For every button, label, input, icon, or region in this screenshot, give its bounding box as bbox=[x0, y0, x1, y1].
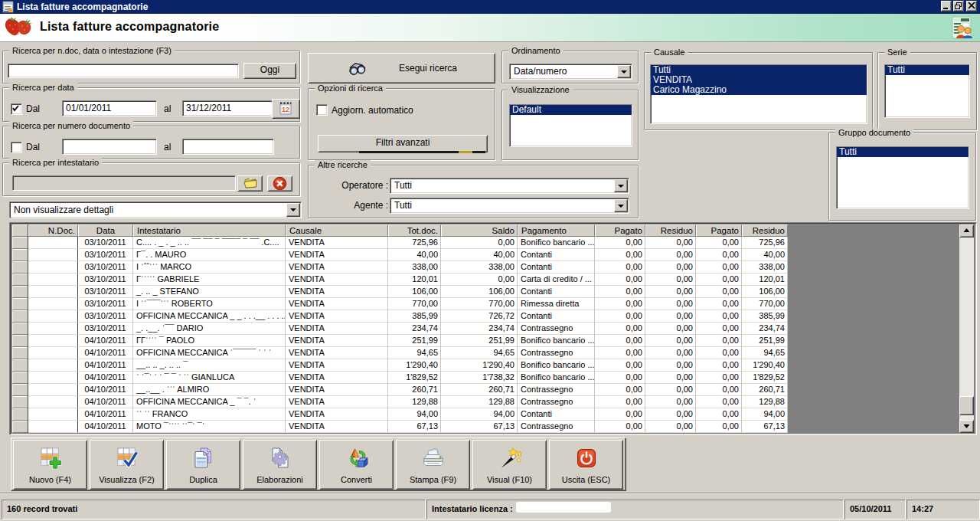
svg-text:12: 12 bbox=[282, 106, 289, 113]
